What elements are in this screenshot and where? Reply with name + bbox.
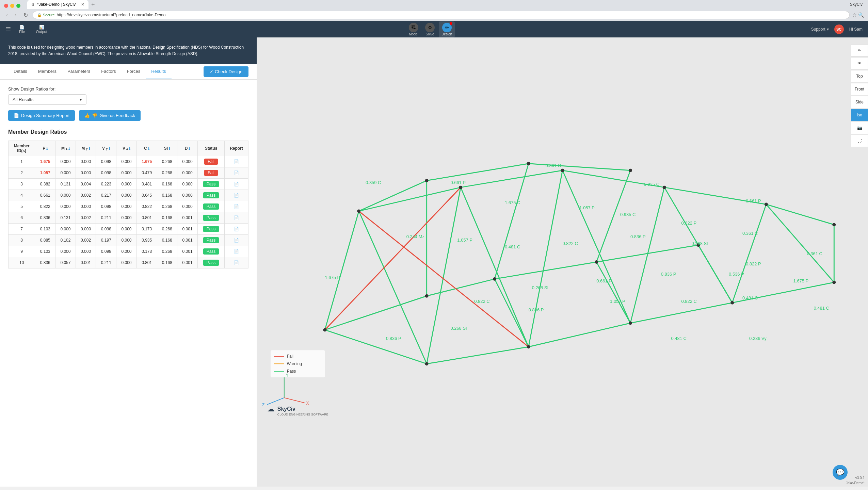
cell-my: 0.000	[76, 156, 96, 167]
check-design-button[interactable]: ✓ Check Design	[204, 66, 248, 77]
cell-status: Pass	[197, 235, 224, 246]
svg-point-38	[425, 362, 429, 365]
table-row: 10 0.836 0.057 0.001 0.211 0.000 0.801 0…	[9, 257, 248, 268]
search-icon[interactable]: 🔍	[858, 12, 864, 18]
tab-close-button[interactable]: ✕	[81, 2, 84, 7]
toolbar-model[interactable]: 🏗 Model	[406, 21, 421, 37]
toolbar-solve[interactable]: ⚙ Solve	[422, 21, 437, 37]
all-results-dropdown[interactable]: All Results ▾	[8, 94, 86, 105]
cell-d: 0.001	[177, 224, 198, 235]
col-header-d: D ℹ	[177, 141, 198, 156]
vz-info-icon[interactable]: ℹ	[129, 147, 130, 150]
report-icon[interactable]: 📄	[234, 227, 239, 231]
cell-mz: 0.000	[55, 167, 76, 179]
tabs-container: Details Members Parameters Factors Force…	[0, 64, 257, 80]
svg-text:0.836 P: 0.836 P	[386, 336, 401, 341]
tab-forces[interactable]: Forces	[121, 64, 146, 79]
address-bar[interactable]: 🔒 Secure https://dev.skyciv.com/structur…	[33, 11, 850, 19]
si-info-icon[interactable]: ℹ	[169, 147, 170, 150]
camera-button[interactable]: 📷	[851, 122, 868, 134]
thumbs-up-icon: 👍	[84, 113, 90, 118]
tab-members[interactable]: Members	[33, 64, 62, 79]
cell-mz: 0.131	[55, 212, 76, 224]
cell-my: 0.000	[76, 167, 96, 179]
cell-report[interactable]: 📄	[225, 179, 248, 190]
support-menu[interactable]: Support ▾	[811, 27, 829, 32]
bookmark-icon[interactable]: ☆	[852, 12, 857, 18]
forward-button[interactable]: ›	[13, 11, 18, 19]
iso-view-button[interactable]: Iso	[851, 109, 868, 121]
new-tab-button[interactable]: +	[89, 1, 98, 8]
traffic-light-yellow[interactable]	[10, 4, 14, 8]
pencil-icon: ✏	[858, 48, 861, 53]
report-icon[interactable]: 📄	[234, 260, 239, 265]
give-feedback-button[interactable]: 👍 👎 Give us Feedback	[79, 110, 141, 121]
menu-button[interactable]: ☰	[5, 26, 11, 33]
version-number: v3.0.1	[855, 476, 865, 480]
tab-details[interactable]: Details	[8, 64, 33, 79]
my-info-icon[interactable]: ℹ	[89, 147, 90, 150]
cell-report[interactable]: 📄	[225, 156, 248, 167]
svg-text:1.057 P: 1.057 P	[579, 205, 595, 210]
cell-p: 1.057	[35, 167, 55, 179]
report-icon[interactable]: 📄	[234, 238, 239, 243]
cell-member-id: 10	[9, 257, 35, 268]
svg-text:0.268 SI: 0.268 SI	[532, 285, 548, 290]
front-view-button[interactable]: Front	[851, 83, 868, 95]
traffic-light-red[interactable]	[4, 4, 8, 8]
report-icon[interactable]: 📄	[234, 159, 239, 164]
table-row: 9 0.103 0.000 0.000 0.098 0.000 0.173 0.…	[9, 246, 248, 257]
svg-point-37	[323, 328, 326, 331]
col-header-status: Status	[197, 141, 224, 156]
cell-status: Pass	[197, 224, 224, 235]
report-icon[interactable]: 📄	[234, 170, 239, 175]
expand-button[interactable]: ⛶	[851, 135, 868, 147]
cell-si: 0.268	[157, 201, 177, 212]
side-view-button[interactable]: Side	[851, 96, 868, 108]
report-icon[interactable]: 📄	[234, 204, 239, 209]
report-icon[interactable]: 📄	[234, 193, 239, 198]
tab-factors[interactable]: Factors	[96, 64, 121, 79]
camera-icon: 📷	[857, 126, 862, 130]
mz-info-icon[interactable]: ℹ	[68, 147, 70, 150]
toolbar-design[interactable]: ✏ Design	[439, 21, 455, 37]
browser-tab[interactable]: ⚙ *Jake-Demo | SkyCiv ✕	[27, 0, 89, 9]
content-area[interactable]: Show Design Ratios for: All Results ▾ 📄 …	[0, 80, 257, 487]
cell-vz: 0.000	[116, 190, 137, 201]
cell-report[interactable]: 📄	[225, 257, 248, 268]
cell-report[interactable]: 📄	[225, 190, 248, 201]
back-button[interactable]: ‹	[4, 11, 10, 19]
cell-report[interactable]: 📄	[225, 224, 248, 235]
user-avatar: SC	[834, 24, 844, 34]
cell-member-id: 6	[9, 212, 35, 224]
toolbar-file[interactable]: 📄 File	[16, 23, 28, 35]
eye-view-button[interactable]: 👁	[851, 57, 868, 69]
cell-report[interactable]: 📄	[225, 246, 248, 257]
c-info-icon[interactable]: ℹ	[148, 147, 149, 150]
report-icon[interactable]: 📄	[234, 249, 239, 254]
cell-report[interactable]: 📄	[225, 201, 248, 212]
traffic-light-green[interactable]	[16, 4, 20, 8]
d-info-icon[interactable]: ℹ	[189, 147, 190, 150]
toolbar-output[interactable]: 📊 Output	[33, 23, 50, 35]
reload-button[interactable]: ↻	[21, 11, 30, 19]
svg-text:0.536 P: 0.536 P	[729, 272, 744, 277]
table-row: 4 0.661 0.000 0.002 0.217 0.000 0.645 0.…	[9, 190, 248, 201]
chat-button[interactable]: 💬	[833, 465, 848, 480]
cell-report[interactable]: 📄	[225, 235, 248, 246]
cell-p: 0.885	[35, 235, 55, 246]
p-info-icon[interactable]: ℹ	[46, 147, 48, 150]
tab-results[interactable]: Results	[146, 64, 171, 79]
cell-report[interactable]: 📄	[225, 167, 248, 179]
cell-report[interactable]: 📄	[225, 212, 248, 224]
report-icon[interactable]: 📄	[234, 215, 239, 220]
top-view-button[interactable]: Top	[851, 70, 868, 82]
iso-label: Iso	[857, 113, 862, 117]
tab-parameters[interactable]: Parameters	[62, 64, 96, 79]
report-icon[interactable]: 📄	[234, 182, 239, 186]
edit-view-button[interactable]: ✏	[851, 44, 868, 56]
svg-text:Y: Y	[286, 373, 289, 378]
svg-text:0.836 P: 0.836 P	[529, 307, 544, 312]
design-summary-report-button[interactable]: 📄 Design Summary Report	[8, 110, 75, 121]
vy-info-icon[interactable]: ℹ	[109, 147, 110, 150]
